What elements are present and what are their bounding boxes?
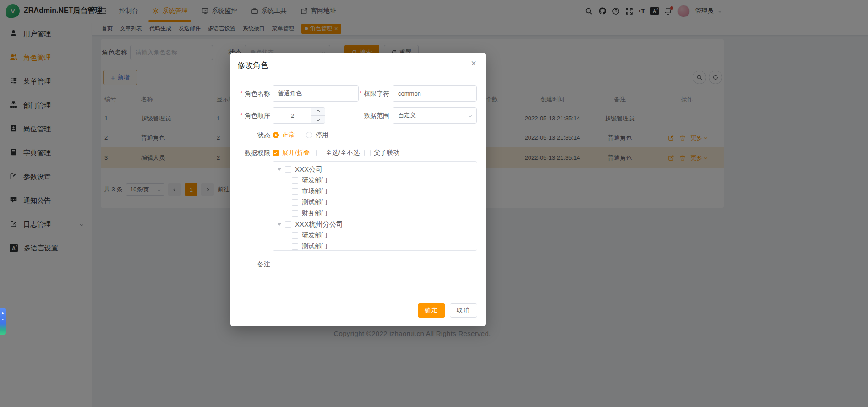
tree-node-label[interactable]: 财务部门: [302, 209, 328, 217]
status-field-label: 状态: [230, 130, 270, 141]
remark-field-label: 备注: [230, 257, 270, 271]
checkbox-unchecked-icon[interactable]: [292, 210, 298, 217]
data-perms-field-label: 数据权限: [230, 147, 270, 158]
confirm-button[interactable]: 确定: [418, 303, 445, 318]
checkbox-unchecked-icon: [364, 150, 371, 156]
checkbox-label: 全选/全不选: [326, 149, 360, 157]
close-icon[interactable]: ×: [471, 59, 476, 68]
app-window: V ZRAdmin.NET后台管理 控制台 系统管理 系统监控 系统工具: [0, 0, 868, 407]
tree-node-dept[interactable]: 测试部门: [273, 241, 477, 251]
data-scope-value: 自定义: [398, 111, 416, 119]
checkbox-label: 展开/折叠: [282, 149, 310, 157]
role-order-field-label: 角色顺序: [230, 107, 270, 124]
radio-label: 停用: [316, 131, 328, 139]
radio-unselected-icon: [306, 132, 312, 138]
dialog-row-remark: 备注: [230, 257, 486, 279]
status-radio-normal[interactable]: 正常: [273, 131, 295, 139]
dialog-title: 修改角色: [237, 60, 268, 71]
checkbox-checked-icon: [273, 150, 279, 156]
tree-node-label[interactable]: 市场部门: [302, 187, 328, 195]
dialog-row-order-scope: 角色顺序 数据范围 自定义: [230, 107, 486, 124]
tree-node-dept[interactable]: 财务部门: [273, 208, 477, 219]
checkbox-unchecked-icon[interactable]: [292, 188, 298, 195]
perm-string-field-label: 权限字符: [349, 85, 389, 102]
status-radio-group: 正常 停用: [273, 130, 328, 141]
select-all-checkbox[interactable]: 全选/全不选: [316, 147, 360, 158]
dialog-footer: 确定 取消: [418, 303, 477, 318]
floating-widget[interactable]: [0, 308, 6, 335]
permission-tree: XXX公司 研发部门 市场部门 测试部门 财务部门 XXX杭州分公司: [273, 161, 477, 251]
checkbox-unchecked-icon: [316, 150, 322, 156]
tree-node-dept[interactable]: 市场部门: [273, 186, 477, 197]
tree-node-label[interactable]: 测试部门: [302, 198, 328, 206]
role-name-field[interactable]: [273, 85, 359, 102]
stepper-decrease-button[interactable]: [311, 115, 325, 123]
tree-node-branch-company[interactable]: XXX杭州分公司: [273, 219, 477, 230]
checkbox-unchecked-icon[interactable]: [292, 199, 298, 206]
data-scope-field-label: 数据范围: [349, 107, 389, 124]
chevron-down-icon: [317, 118, 320, 121]
tree-node-dept[interactable]: 研发部门: [273, 230, 477, 241]
radio-label: 正常: [282, 131, 295, 139]
tree-node-label[interactable]: XXX公司: [295, 165, 322, 174]
chevron-up-icon: [317, 110, 320, 113]
dialog-row-status: 状态 正常 停用: [230, 130, 486, 141]
checkbox-unchecked-icon[interactable]: [292, 177, 298, 184]
tree-caret-icon[interactable]: [278, 168, 281, 171]
checkbox-unchecked-icon[interactable]: [292, 232, 298, 239]
checkbox-unchecked-icon[interactable]: [292, 243, 298, 250]
checkbox-unchecked-icon[interactable]: [285, 221, 291, 228]
tree-node-label[interactable]: 测试部门: [302, 242, 328, 250]
edit-role-dialog: 修改角色 × 角色名称 权限字符 角色顺序 数据范围 自定义 状态: [230, 53, 486, 326]
parent-child-link-checkbox[interactable]: 父子联动: [364, 147, 399, 158]
tree-node-label[interactable]: 研发部门: [302, 231, 328, 239]
cancel-button[interactable]: 取消: [450, 303, 477, 318]
perm-string-field[interactable]: [393, 85, 477, 102]
tree-node-label[interactable]: XXX杭州分公司: [295, 220, 343, 229]
checkbox-unchecked-icon[interactable]: [285, 166, 291, 173]
dialog-row-data-perms: 数据权限 展开/折叠 全选/全不选 父子联动: [230, 147, 486, 158]
tree-node-dept[interactable]: 研发部门: [273, 175, 477, 186]
tree-node-dept[interactable]: 测试部门: [273, 197, 477, 208]
dialog-row-name-perm: 角色名称 权限字符: [230, 85, 486, 102]
role-name-field-label: 角色名称: [230, 85, 270, 102]
checkbox-label: 父子联动: [374, 149, 399, 157]
data-scope-select[interactable]: 自定义: [393, 107, 477, 124]
radio-selected-icon: [273, 132, 279, 138]
tree-caret-icon[interactable]: [278, 223, 281, 226]
tree-node-company[interactable]: XXX公司: [273, 164, 477, 175]
stepper-increase-button[interactable]: [311, 108, 325, 115]
status-radio-disabled[interactable]: 停用: [306, 131, 328, 139]
expand-collapse-checkbox[interactable]: 展开/折叠: [273, 147, 310, 158]
tree-node-label[interactable]: 研发部门: [302, 176, 328, 185]
role-order-stepper: [273, 107, 325, 124]
chevron-down-icon: [469, 114, 472, 117]
